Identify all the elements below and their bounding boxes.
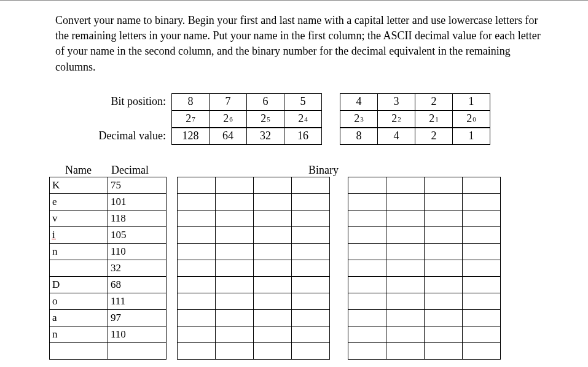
binary-cell[interactable] [386, 210, 425, 226]
binary-cell[interactable] [348, 293, 386, 309]
name-cell[interactable]: n [50, 243, 108, 260]
binary-cell[interactable] [216, 193, 254, 210]
binary-cell[interactable] [386, 260, 425, 276]
binary-cell[interactable] [348, 260, 386, 276]
binary-cell[interactable] [178, 293, 216, 309]
binary-cell[interactable] [386, 276, 425, 293]
decimal-cell[interactable]: 75 [108, 177, 167, 193]
binary-cell[interactable] [292, 293, 330, 309]
binary-cell[interactable] [178, 193, 216, 210]
binary-cell[interactable] [216, 243, 254, 260]
name-cell[interactable]: a [50, 309, 108, 326]
binary-cell[interactable] [425, 342, 463, 359]
binary-cell[interactable] [292, 177, 330, 193]
binary-cell[interactable] [463, 326, 501, 342]
name-cell[interactable]: n [50, 326, 108, 342]
name-cell[interactable] [50, 260, 108, 276]
binary-cell[interactable] [178, 260, 216, 276]
binary-cell[interactable] [254, 243, 292, 260]
binary-cell[interactable] [254, 293, 292, 309]
binary-cell[interactable] [178, 210, 216, 226]
binary-cell[interactable] [254, 326, 292, 342]
binary-cell[interactable] [463, 243, 501, 260]
binary-cell[interactable] [178, 243, 216, 260]
binary-cell[interactable] [254, 342, 292, 359]
binary-cell[interactable] [292, 210, 330, 226]
decimal-cell[interactable]: 111 [108, 293, 167, 309]
binary-cell[interactable] [216, 293, 254, 309]
binary-cell[interactable] [178, 226, 216, 243]
binary-cell[interactable] [425, 193, 463, 210]
decimal-cell[interactable]: 110 [108, 326, 167, 342]
binary-cell[interactable] [463, 293, 501, 309]
binary-cell[interactable] [425, 326, 463, 342]
binary-cell[interactable] [216, 177, 254, 193]
binary-cell[interactable] [425, 226, 463, 243]
binary-cell[interactable] [178, 177, 216, 193]
binary-cell[interactable] [292, 326, 330, 342]
binary-cell[interactable] [292, 276, 330, 293]
decimal-cell[interactable]: 118 [108, 210, 167, 226]
name-cell[interactable]: D [50, 276, 108, 293]
binary-cell[interactable] [425, 293, 463, 309]
binary-cell[interactable] [348, 177, 386, 193]
name-cell[interactable]: v [50, 210, 108, 226]
binary-cell[interactable] [216, 260, 254, 276]
binary-cell[interactable] [216, 309, 254, 326]
name-cell[interactable]: K [50, 177, 108, 193]
binary-cell[interactable] [348, 210, 386, 226]
binary-cell[interactable] [463, 260, 501, 276]
decimal-cell[interactable]: 32 [108, 260, 167, 276]
binary-cell[interactable] [292, 260, 330, 276]
binary-cell[interactable] [463, 276, 501, 293]
binary-cell[interactable] [254, 210, 292, 226]
binary-cell[interactable] [386, 243, 425, 260]
decimal-cell[interactable]: 68 [108, 276, 167, 293]
binary-cell[interactable] [348, 193, 386, 210]
binary-cell[interactable] [463, 210, 501, 226]
binary-cell[interactable] [292, 243, 330, 260]
binary-cell[interactable] [425, 177, 463, 193]
name-cell[interactable]: o [50, 293, 108, 309]
decimal-cell[interactable]: 105 [108, 226, 167, 243]
binary-cell[interactable] [254, 226, 292, 243]
binary-cell[interactable] [216, 276, 254, 293]
binary-cell[interactable] [386, 326, 425, 342]
binary-cell[interactable] [178, 309, 216, 326]
decimal-cell[interactable] [108, 342, 167, 359]
binary-cell[interactable] [254, 276, 292, 293]
binary-cell[interactable] [386, 309, 425, 326]
binary-cell[interactable] [178, 342, 216, 359]
binary-cell[interactable] [348, 276, 386, 293]
binary-cell[interactable] [463, 342, 501, 359]
binary-cell[interactable] [463, 193, 501, 210]
binary-cell[interactable] [292, 342, 330, 359]
binary-cell[interactable] [386, 226, 425, 243]
binary-cell[interactable] [216, 326, 254, 342]
binary-cell[interactable] [425, 243, 463, 260]
binary-cell[interactable] [425, 276, 463, 293]
binary-cell[interactable] [386, 342, 425, 359]
binary-cell[interactable] [254, 309, 292, 326]
binary-cell[interactable] [216, 226, 254, 243]
binary-cell[interactable] [463, 177, 501, 193]
binary-cell[interactable] [348, 243, 386, 260]
binary-cell[interactable] [254, 260, 292, 276]
decimal-cell[interactable]: 101 [108, 193, 167, 210]
name-cell[interactable]: e [50, 193, 108, 210]
binary-cell[interactable] [292, 309, 330, 326]
binary-cell[interactable] [254, 177, 292, 193]
binary-cell[interactable] [292, 226, 330, 243]
binary-cell[interactable] [386, 193, 425, 210]
decimal-cell[interactable]: 97 [108, 309, 167, 326]
name-cell[interactable] [50, 342, 108, 359]
binary-cell[interactable] [386, 177, 425, 193]
binary-cell[interactable] [386, 293, 425, 309]
binary-cell[interactable] [425, 260, 463, 276]
binary-cell[interactable] [178, 276, 216, 293]
binary-cell[interactable] [348, 326, 386, 342]
binary-cell[interactable] [425, 309, 463, 326]
binary-cell[interactable] [348, 226, 386, 243]
binary-cell[interactable] [216, 210, 254, 226]
binary-cell[interactable] [292, 193, 330, 210]
